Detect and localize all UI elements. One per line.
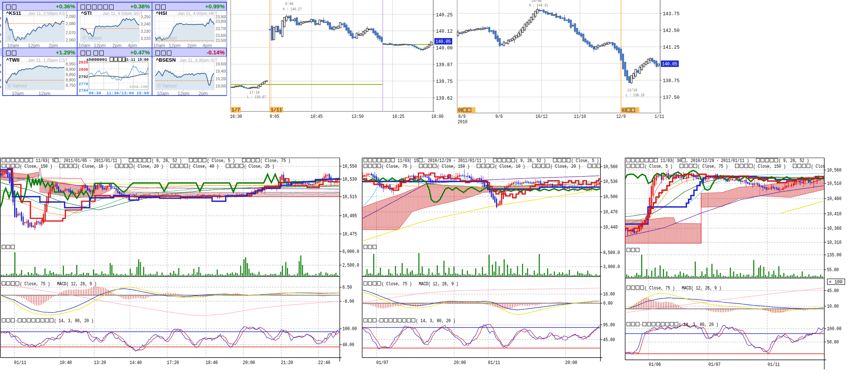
svg-text:10,310: 10,310	[827, 240, 841, 245]
svg-text:12/9: 12/9	[616, 114, 626, 119]
svg-text:( 14, 3, 80, 20 ): ( 14, 3, 80, 20 )	[679, 322, 718, 328]
svg-text:13:50: 13:50	[352, 114, 364, 119]
svg-text:1/11: 1/11	[655, 114, 664, 119]
svg-text:2010: 2010	[458, 119, 467, 125]
svg-text:10,560: 10,560	[827, 168, 841, 173]
svg-text:( Close, 150 ): ( Close, 150 )	[753, 164, 793, 169]
svg-text:2,500.0: 2,500.0	[342, 263, 359, 268]
svg-text:12/15: 12/15	[627, 87, 637, 92]
svg-text:10/12: 10/12	[535, 114, 548, 119]
svg-text:× 100: × 100	[829, 280, 843, 285]
svg-text:17:20: 17:20	[167, 360, 179, 366]
svg-text:100.00: 100.00	[827, 326, 841, 332]
svg-text:01/07: 01/07	[708, 362, 721, 367]
svg-text:95.00: 95.00	[603, 323, 615, 328]
svg-text:11/03( 5: 11/03( 5	[33, 158, 54, 164]
svg-text:, 2010/12/29 - 2011/01/11 ): , 2010/12/29 - 2011/01/11 )	[686, 158, 756, 164]
svg-text:40.00: 40.00	[342, 342, 354, 348]
svg-text:( Close, 20 ): ( Close, 20 )	[550, 164, 588, 169]
svg-text:20:00: 20:00	[565, 360, 577, 366]
svg-text:( Close, 150 ): ( Close, 150 )	[20, 164, 59, 169]
svg-text:13:20: 13:20	[94, 360, 106, 366]
svg-text:10,530: 10,530	[342, 177, 357, 182]
svg-text:( 9, 26, 52 ): ( 9, 26, 52 )	[779, 158, 809, 164]
svg-text:L : 139.67: L : 139.67	[247, 94, 266, 99]
svg-text:10,410: 10,410	[827, 211, 841, 217]
svg-text:( Close, 75 ) MACD( 12, 26,: ( Close, 75 ) MACD( 12, 26, 9 )	[20, 281, 97, 287]
svg-text:140.05: 140.05	[436, 39, 451, 45]
svg-text:10,560: 10,560	[603, 164, 618, 170]
svg-text:( Close, 75 ) MACD( 12, 26,: ( Close, 75 ) MACD( 12, 26, 9 )	[382, 281, 458, 287]
svg-text:16.00: 16.00	[603, 292, 615, 297]
svg-text:H : 144.31: H : 144.31	[529, 3, 548, 8]
svg-text:( Close, 10 ): ( Close, 10 )	[495, 164, 532, 169]
svg-text:16:25: 16:25	[392, 114, 404, 119]
svg-text:138.75: 138.75	[663, 78, 680, 84]
svg-text:-: -	[377, 318, 379, 324]
svg-text:-6.00: -6.00	[342, 299, 354, 304]
svg-text:22:40: 22:40	[318, 360, 330, 366]
svg-text:3,000.0: 3,000.0	[603, 264, 620, 270]
svg-text:55.00: 55.00	[827, 267, 839, 273]
svg-text:141.25: 141.25	[663, 45, 680, 50]
svg-text:( Close, 5 ): ( Close, 5 )	[645, 164, 680, 169]
svg-text:6.50: 6.50	[342, 285, 352, 290]
svg-text:( Close, 10 ): ( Close, 10 )	[78, 164, 115, 169]
svg-text:139.62: 139.62	[436, 95, 453, 101]
svg-text:( Close, 75 ): ( Close, 75 )	[382, 164, 419, 169]
svg-text:8,500.0: 8,500.0	[603, 250, 620, 256]
svg-text:142.50: 142.50	[663, 28, 680, 33]
svg-text:, 2011/01/05 - 2011/01/11 ): , 2011/01/05 - 2011/01/11 )	[59, 158, 129, 164]
svg-text:16:30: 16:30	[230, 114, 242, 119]
svg-text:45.00: 45.00	[827, 288, 839, 294]
svg-text:135.00: 135.00	[827, 253, 841, 258]
svg-text:9:40: 9:40	[285, 1, 293, 6]
svg-text:( Close, 150 ): ( Close, 150 )	[437, 164, 477, 169]
svg-text:( 14, 3, 80, 20 ): ( 14, 3, 80, 20 )	[54, 318, 93, 324]
svg-text:10,515: 10,515	[342, 194, 357, 200]
svg-text:10,360: 10,360	[827, 226, 841, 231]
svg-text:( Close, 75 ) MACD( 12, 26,: ( Close, 75 ) MACD( 12, 26, 9 )	[645, 286, 721, 291]
svg-text:-: -	[640, 322, 642, 328]
svg-text:6,000.0: 6,000.0	[342, 249, 359, 254]
svg-text:10,510: 10,510	[827, 181, 841, 186]
svg-text:8/9: 8/9	[458, 114, 466, 119]
svg-text:01/11: 01/11	[488, 360, 500, 366]
svg-text:-: -	[15, 318, 17, 324]
svg-text:20:00: 20:00	[454, 360, 466, 366]
svg-text:L : 138.16: L : 138.16	[626, 92, 645, 97]
svg-text:01/06: 01/06	[649, 362, 661, 367]
svg-text:03: 03	[622, 108, 626, 113]
svg-text:11/03( 15: 11/03( 15	[395, 158, 418, 164]
svg-text:1/7: 1/7	[231, 108, 240, 113]
svg-text:( Close, 5 ): ( Close, 5 )	[571, 158, 599, 164]
svg-text:10,460: 10,460	[827, 196, 841, 202]
svg-text:50.00: 50.00	[827, 340, 839, 345]
svg-text:01/07: 01/07	[376, 360, 388, 366]
svg-text:100.00: 100.00	[342, 326, 357, 332]
svg-text:20:00: 20:00	[243, 360, 255, 366]
svg-text:10,475: 10,475	[342, 232, 357, 237]
svg-text:137.50: 137.50	[663, 95, 680, 100]
svg-text:( Close, 5 ): ( Close, 5 )	[207, 158, 242, 164]
svg-text:10,530: 10,530	[603, 179, 618, 184]
svg-text:( 9, 26, 52 ): ( 9, 26, 52 )	[152, 158, 189, 164]
svg-text:143.75: 143.75	[663, 11, 680, 17]
svg-text:10,550: 10,550	[342, 164, 357, 169]
svg-text:09: 09	[458, 108, 463, 113]
svg-text:( Close, 20 ): ( Close, 20 )	[133, 164, 170, 169]
svg-text:140.05: 140.05	[662, 61, 677, 67]
svg-text:0.00: 0.00	[603, 301, 613, 306]
svg-text:01/11: 01/11	[768, 362, 780, 367]
svg-text:( Clos: ( Clos	[811, 164, 825, 169]
svg-text:( Close, 75 ): ( Close, 75 )	[698, 164, 735, 169]
svg-text:10:45: 10:45	[310, 114, 323, 119]
svg-text:10.00: 10.00	[827, 304, 839, 309]
svg-text:10,470: 10,470	[603, 210, 618, 215]
svg-text:( 9, 26, 52 ): ( 9, 26, 52 )	[516, 158, 553, 164]
svg-text:140.25: 140.25	[436, 12, 453, 18]
svg-text:18:40: 18:40	[206, 360, 218, 366]
svg-text:18:00: 18:00	[431, 114, 444, 119]
svg-text:10,495: 10,495	[342, 213, 357, 219]
svg-text:10:40: 10:40	[60, 360, 72, 366]
